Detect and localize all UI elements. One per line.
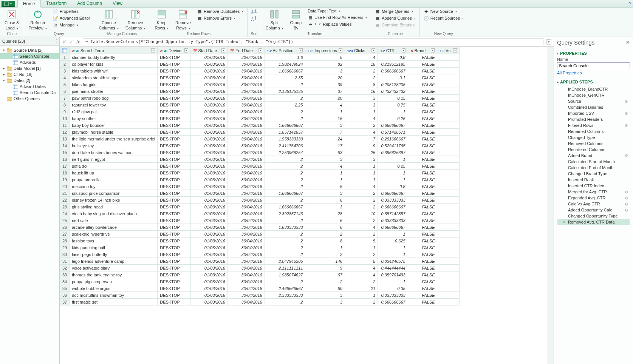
- cell[interactable]: wubble bubble argos: [70, 285, 158, 292]
- cell[interactable]: 01/03/2016: [190, 88, 228, 95]
- cell[interactable]: FALSE: [408, 176, 437, 183]
- cell[interactable]: FALSE: [408, 231, 437, 238]
- cell[interactable]: 01/03/2016: [190, 54, 228, 61]
- formula-expand-icon[interactable]: ▾: [546, 39, 551, 45]
- cell[interactable]: [437, 122, 460, 129]
- filter-dropdown-icon[interactable]: ▾: [371, 48, 375, 52]
- cell[interactable]: FALSE: [408, 108, 437, 115]
- cell[interactable]: 01/03/2016: [190, 190, 228, 197]
- step-inserted-ctr-index[interactable]: Inserted CTR Index: [557, 183, 630, 189]
- cell[interactable]: 0.666666667: [378, 299, 408, 305]
- cell[interactable]: nerf guns in egypt: [70, 156, 158, 163]
- row-number[interactable]: 18: [60, 170, 70, 176]
- cell[interactable]: 01/03/2016: [190, 231, 228, 238]
- query-search-console[interactable]: Search Console: [0, 53, 59, 59]
- cell[interactable]: 01/03/2016: [190, 122, 228, 129]
- queries-header[interactable]: Queries [23] 〈: [0, 37, 59, 46]
- cell[interactable]: playmobil horse stable: [70, 129, 158, 136]
- fx-icon[interactable]: fx: [76, 39, 80, 45]
- query-adwords[interactable]: Adwords: [0, 59, 59, 65]
- cell[interactable]: DESKTOP: [158, 74, 190, 81]
- cell[interactable]: 1.666666667: [265, 190, 305, 197]
- cell[interactable]: 01/03/2016: [190, 258, 228, 265]
- cell[interactable]: don't take busters bones walmart: [70, 149, 158, 156]
- row-number[interactable]: 2: [60, 61, 70, 68]
- cell[interactable]: FALSE: [408, 197, 437, 204]
- row-number[interactable]: 28: [60, 238, 70, 244]
- split-column-button[interactable]: SplitColumn ▾: [264, 8, 285, 32]
- cell[interactable]: 1: [378, 108, 408, 115]
- cell[interactable]: 01/03/2016: [190, 299, 228, 305]
- cell[interactable]: DESKTOP: [158, 190, 190, 197]
- cell[interactable]: 1.666666667: [265, 204, 305, 210]
- cell[interactable]: DESKTOP: [158, 278, 190, 285]
- table-row[interactable]: 27scalextric hyperdriveDESKTOP01/03/2016…: [60, 231, 460, 238]
- step-source[interactable]: Source⚙: [557, 98, 630, 104]
- table-row[interactable]: 16nerf guns in egyptDESKTOP01/03/201630/…: [60, 156, 460, 163]
- step-renamed-columns[interactable]: Renamed Columns: [557, 128, 630, 134]
- cell[interactable]: thomas the tank engine toy: [70, 271, 158, 278]
- cell[interactable]: DESKTOP: [158, 170, 190, 176]
- cell[interactable]: 30/04/2016: [228, 238, 265, 244]
- cell[interactable]: 30/04/2016: [228, 176, 265, 183]
- cell[interactable]: 0.333333333: [378, 292, 408, 299]
- tab-add-column[interactable]: Add Column: [72, 0, 107, 8]
- cell[interactable]: FALSE: [408, 285, 437, 292]
- cell[interactable]: 3: [305, 190, 345, 197]
- cell[interactable]: 01/03/2016: [190, 115, 228, 122]
- cell[interactable]: 1: [378, 278, 408, 285]
- cell[interactable]: laser pegs butterfly: [70, 251, 158, 258]
- table-row[interactable]: 2cd player for kidsDESKTOP01/03/201630/0…: [60, 61, 460, 68]
- row-number[interactable]: 17: [60, 163, 70, 170]
- cell[interactable]: 20: [305, 95, 345, 102]
- cell[interactable]: [437, 204, 460, 210]
- filter-dropdown-icon[interactable]: ▾: [258, 48, 262, 52]
- cell[interactable]: [437, 278, 460, 285]
- data-grid[interactable]: ABC Search Term▾ABC Device▾📅 Start Date▾…: [60, 47, 548, 364]
- cell[interactable]: 30/04/2016: [228, 129, 265, 136]
- cell[interactable]: 2: [345, 190, 378, 197]
- gear-icon[interactable]: ⚙: [625, 111, 628, 116]
- cell[interactable]: FALSE: [408, 115, 437, 122]
- cell[interactable]: 30/04/2016: [228, 217, 265, 224]
- cell[interactable]: FALSE: [408, 129, 437, 136]
- query-data-model-1-[interactable]: ▸Data Model [1]: [0, 65, 59, 71]
- cell[interactable]: 0.205128205: [378, 81, 408, 88]
- cell[interactable]: 01/03/2016: [190, 244, 228, 251]
- cell[interactable]: 60: [305, 285, 345, 292]
- cell[interactable]: 3: [305, 204, 345, 210]
- step-changed-brand-type[interactable]: Changed Brand Type: [557, 171, 630, 177]
- accept-formula-icon[interactable]: ✓: [70, 39, 73, 45]
- cell[interactable]: FALSE: [408, 183, 437, 190]
- table-row[interactable]: 31lego friends adventure campDESKTOP01/0…: [60, 258, 460, 265]
- row-number[interactable]: 4: [60, 74, 70, 81]
- cell[interactable]: 5: [305, 54, 345, 61]
- cell[interactable]: FALSE: [408, 265, 437, 271]
- row-number[interactable]: 8: [60, 102, 70, 108]
- cell[interactable]: 2.047945205: [265, 258, 305, 265]
- step-inserted-rank[interactable]: Inserted Rank: [557, 177, 630, 183]
- table-row[interactable]: 29kids punching ballDESKTOP01/03/201630/…: [60, 244, 460, 251]
- query-source-data-2-[interactable]: ▾Source Data [2]: [0, 47, 59, 53]
- cell[interactable]: [437, 190, 460, 197]
- row-number[interactable]: 34: [60, 278, 70, 285]
- row-number[interactable]: 32: [60, 265, 70, 271]
- cell[interactable]: 0.666666667: [378, 68, 408, 74]
- remove-errors-button[interactable]: ▦Remove Errors ▾: [196, 15, 244, 21]
- cell[interactable]: 2: [265, 170, 305, 176]
- row-number[interactable]: 9: [60, 108, 70, 115]
- cell[interactable]: FALSE: [408, 102, 437, 108]
- cell[interactable]: 01/03/2016: [190, 210, 228, 217]
- step-fnchoose-genctr[interactable]: fnChoose_GenCTR: [557, 92, 630, 98]
- cell[interactable]: [437, 258, 460, 265]
- step-changed-type[interactable]: Changed Type: [557, 134, 630, 140]
- cell[interactable]: joie mirus stroller: [70, 88, 158, 95]
- cell[interactable]: FALSE: [408, 224, 437, 231]
- cell[interactable]: DESKTOP: [158, 115, 190, 122]
- table-row[interactable]: 17sofia dollDESKTOP01/03/201630/04/20162…: [60, 163, 460, 170]
- cell[interactable]: FALSE: [408, 163, 437, 170]
- column-header-device[interactable]: ABC Device▾: [158, 47, 190, 54]
- step-added-opportunity-calc[interactable]: Added Opportunity Calc⚙: [557, 207, 630, 213]
- cell[interactable]: FALSE: [408, 278, 437, 285]
- remove-duplicates-button[interactable]: ▦Remove Duplicates ▾: [196, 8, 244, 14]
